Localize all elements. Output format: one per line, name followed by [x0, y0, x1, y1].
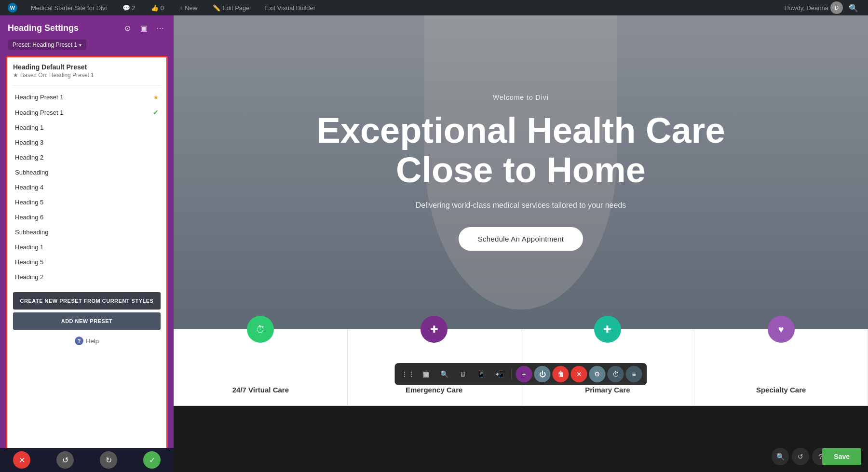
heading-item-5[interactable]: Heading 4 — [13, 180, 161, 195]
divider — [13, 85, 161, 86]
new-content-link[interactable]: + New — [176, 0, 201, 15]
history-control-icon[interactable]: ↺ — [792, 448, 809, 465]
heading-item-10[interactable]: Heading 5 — [13, 255, 161, 270]
new-label: + New — [179, 4, 197, 12]
toolbar-settings-btn[interactable]: ⚙ — [589, 366, 606, 382]
wp-admin-bar: Medical Starter Site for Divi 💬 2 👍 0 + … — [0, 0, 868, 15]
confirm-btn[interactable]: ✓ — [143, 451, 161, 469]
comments-link[interactable]: 💬 2 — [119, 0, 139, 15]
heading-item-7[interactable]: Heading 6 — [13, 210, 161, 225]
toolbar-clock-btn[interactable]: ⏱ — [608, 366, 624, 382]
undo-btn[interactable]: ↺ — [56, 451, 74, 469]
toolbar-filter-btn[interactable]: ≡ — [626, 366, 642, 382]
like-icon: 👍 — [151, 4, 159, 12]
toolbar-separator — [512, 368, 512, 380]
based-on-text: Based On: Heading Preset 1 — [20, 72, 94, 79]
heading-item-6[interactable]: Heading 5 — [13, 195, 161, 210]
hero-description: Delivering world-class medical services … — [304, 201, 738, 210]
panel-title: Heading Settings — [8, 23, 79, 33]
save-button[interactable]: Save — [822, 448, 861, 465]
heading-item-8[interactable]: Subheading — [13, 225, 161, 240]
specialty-care-label: Specialty Care — [756, 386, 806, 394]
admin-bar-right: Howdy, Deanna D 🔍 — [784, 1, 862, 14]
preset-name-2: Heading Preset 1 — [15, 109, 63, 116]
help-icon: ? — [75, 337, 83, 345]
default-preset-name: Heading Default Preset — [13, 63, 161, 71]
help-text: Help — [86, 337, 99, 345]
toolbar-add-btn[interactable]: + — [516, 366, 532, 382]
toolbar-desktop-icon[interactable]: 🖥 — [455, 366, 471, 382]
toolbar-delete-btn[interactable]: 🗑 — [553, 366, 569, 382]
cancel-btn[interactable]: ✕ — [13, 451, 30, 469]
add-preset-btn[interactable]: ADD NEW PRESET — [13, 312, 161, 330]
hero-section: Welcome to Divi Exceptional Health Care … — [174, 15, 868, 329]
likes-count: 0 — [161, 4, 164, 12]
hero-subtitle: Welcome to Divi — [304, 94, 738, 101]
main-layout: Heading Settings ⊙ ▣ ⋯ Preset: Heading P… — [0, 15, 868, 472]
toolbar-power-btn[interactable]: ⏻ — [534, 366, 551, 382]
comment-icon: 💬 — [122, 4, 130, 12]
create-preset-btn[interactable]: CREATE NEW PRESET FROM CURRENT STYLES — [13, 292, 161, 310]
preset-name-1: Heading Preset 1 — [15, 94, 63, 101]
heading-item-2[interactable]: Heading 3 — [13, 135, 161, 150]
preset-chevron-icon: ▾ — [79, 42, 81, 48]
avatar[interactable]: D — [830, 1, 843, 14]
primary-care-icon: ✚ — [594, 316, 621, 343]
left-panel: Heading Settings ⊙ ▣ ⋯ Preset: Heading P… — [0, 15, 174, 472]
preset-item-2[interactable]: Heading Preset 1 ✔ — [13, 105, 161, 120]
preset-check-icon: ✔ — [153, 108, 159, 116]
panel-header: Heading Settings ⊙ ▣ ⋯ — [0, 15, 174, 40]
help-link[interactable]: ? Help — [13, 337, 161, 345]
edit-page-label: Edit Page — [222, 4, 249, 12]
exit-label: Exit Visual Builder — [265, 4, 316, 12]
wordpress-icon — [8, 3, 17, 13]
panel-settings-icon[interactable]: ⊙ — [122, 22, 133, 34]
likes-link[interactable]: 👍 0 — [147, 0, 168, 15]
redo-btn[interactable]: ↻ — [100, 451, 117, 469]
hero-title: Exceptional Health Care Close to Home — [304, 111, 738, 189]
virtual-care-label: 24/7 Virtual Care — [232, 386, 289, 394]
virtual-care-icon: ⏱ — [247, 316, 274, 343]
heading-item-1[interactable]: Heading 1 — [13, 120, 161, 135]
toolbar-grid-icon[interactable]: ▦ — [418, 366, 434, 382]
edit-icon: ✏️ — [213, 4, 220, 12]
heading-item-4[interactable]: Subheading — [13, 165, 161, 180]
star-icon: ★ — [13, 72, 18, 79]
schedule-appointment-btn[interactable]: Schedule An Appointment — [459, 227, 583, 251]
preset-item-1[interactable]: Heading Preset 1 ★ — [13, 90, 161, 105]
toolbar-mobile-icon[interactable]: 📲 — [491, 366, 508, 382]
preset-label-text: Preset: Heading Preset 1 — [13, 41, 77, 48]
floating-toolbar: ⋮⋮ ▦ 🔍 🖥 📱 📲 + ⏻ 🗑 ✕ ⚙ ⏱ ≡ — [395, 363, 647, 385]
wp-logo[interactable] — [6, 1, 19, 14]
service-virtual-care: ⏱ 24/7 Virtual Care — [174, 329, 348, 405]
preset-dropdown-panel: Heading Default Preset ★ Based On: Headi… — [6, 56, 168, 472]
toolbar-search-icon[interactable]: 🔍 — [436, 366, 453, 382]
panel-layout-icon[interactable]: ▣ — [138, 22, 149, 34]
toolbar-close-btn[interactable]: ✕ — [571, 366, 587, 382]
default-preset-item[interactable]: Heading Default Preset ★ Based On: Headi… — [13, 63, 161, 79]
toolbar-drag-handle[interactable]: ⋮⋮ — [400, 366, 416, 382]
toolbar-tablet-icon[interactable]: 📱 — [473, 366, 489, 382]
edit-page-link[interactable]: ✏️ Edit Page — [209, 0, 253, 15]
panel-more-icon[interactable]: ⋯ — [154, 22, 166, 34]
exit-builder-link[interactable]: Exit Visual Builder — [261, 0, 320, 15]
hero-content: Welcome to Divi Exceptional Health Care … — [285, 94, 757, 251]
specialty-care-icon: ♥ — [768, 316, 795, 343]
right-side-icons: 🔍 ↺ ? — [772, 448, 829, 465]
search-icon[interactable]: 🔍 — [845, 3, 862, 13]
service-specialty-care: ♥ Specialty Care — [694, 329, 868, 405]
emergency-care-label: Emergency Care — [406, 386, 462, 394]
site-name-link[interactable]: Medical Starter Site for Divi — [27, 0, 111, 15]
right-content: Welcome to Divi Exceptional Health Care … — [174, 15, 868, 472]
preset-label-btn[interactable]: Preset: Heading Preset 1 ▾ — [8, 40, 86, 50]
search-control-icon[interactable]: 🔍 — [772, 448, 789, 465]
heading-item-3[interactable]: Heading 2 — [13, 150, 161, 165]
heading-item-9[interactable]: Heading 1 — [13, 240, 161, 255]
site-name-text: Medical Starter Site for Divi — [31, 4, 107, 12]
primary-care-label: Primary Care — [585, 386, 630, 394]
heading-item-11[interactable]: Heading 2 — [13, 270, 161, 284]
panel-header-icons: ⊙ ▣ ⋯ — [122, 22, 166, 34]
emergency-care-icon: ✚ — [420, 316, 448, 343]
default-preset-sub: ★ Based On: Heading Preset 1 — [13, 72, 161, 79]
preset-star-icon-1: ★ — [153, 94, 159, 101]
